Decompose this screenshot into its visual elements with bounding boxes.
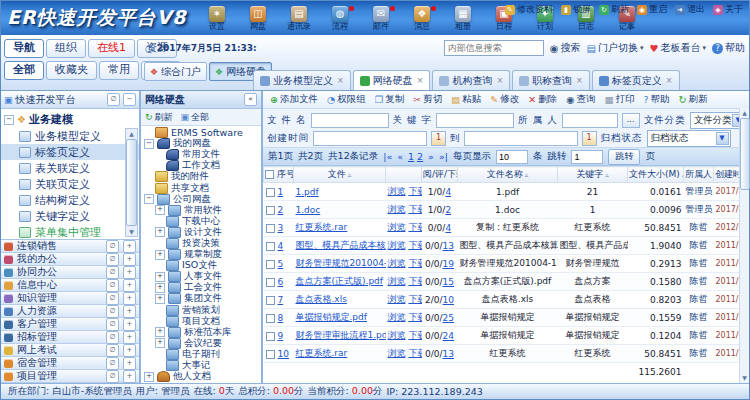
row-number-link[interactable]: 4 <box>278 241 284 251</box>
app-shortcut-流程[interactable]: ◍流程 <box>320 5 361 32</box>
calendar-icon[interactable]: 1 <box>431 131 446 146</box>
download-count-link[interactable]: 4 <box>445 223 451 233</box>
file-link[interactable]: 盘点表格.xls <box>296 294 347 304</box>
disk-node-工会文件[interactable]: +工会文件 <box>141 282 261 293</box>
collapse-panel-button[interactable]: « <box>244 93 257 106</box>
row-checkbox[interactable] <box>266 224 275 233</box>
disk-node-共享文档[interactable]: 共享文档 <box>141 182 261 193</box>
pin-button[interactable]: ∅ <box>106 292 119 305</box>
expand-button[interactable]: + <box>123 279 136 292</box>
view-link[interactable]: 浏览 <box>388 294 406 304</box>
file-link[interactable]: 1.pdf <box>296 187 319 197</box>
nav-tab-在线1[interactable]: 在线1 <box>88 39 135 58</box>
expand-all-button[interactable]: ▣ 全部 <box>181 111 210 124</box>
calendar-icon[interactable]: 1 <box>582 131 597 146</box>
pin-button[interactable]: ∅ <box>106 331 119 344</box>
toolbar-button-删除[interactable]: ✕删除 <box>524 93 561 106</box>
collapse-button[interactable]: − <box>123 93 136 106</box>
app-shortcut-设置[interactable]: ✶设置 <box>197 5 238 32</box>
expand-button[interactable]: + <box>123 240 136 253</box>
tree-group-business-modeling[interactable]: − ❖ 业务建模 <box>1 111 139 128</box>
file-link[interactable]: 盘点方案(正式版).pdf <box>296 276 383 286</box>
jump-input[interactable] <box>571 150 603 164</box>
owner-picker-button[interactable]: ... <box>622 113 640 128</box>
expand-button[interactable]: + <box>123 370 136 383</box>
toolbar-button-复制[interactable]: ❐复制 <box>371 93 409 106</box>
toolbar-button-添加文件[interactable]: ⊕添加文件 <box>266 93 322 106</box>
close-tab-icon[interactable]: × <box>417 76 424 85</box>
sidebar-item-标签页定义[interactable]: 标签页定义 <box>1 144 139 160</box>
page-number-link[interactable]: 1 <box>408 151 414 162</box>
archive-select[interactable]: 归档状态 ▼ <box>647 130 731 147</box>
app-shortcut-邮件[interactable]: ✉邮件 <box>361 5 402 32</box>
view-link[interactable]: 浏览 <box>388 186 406 196</box>
toolbar-button-帮助[interactable]: ?帮助 <box>639 93 673 106</box>
scroll-up-icon[interactable]: ▲ <box>129 129 134 138</box>
close-tab-icon[interactable]: × <box>337 76 344 85</box>
expand-toggle-icon[interactable]: − <box>144 194 154 204</box>
search-button[interactable]: ◉ 搜索 <box>550 41 581 55</box>
column-header-所属人[interactable]: 所属人 ▵ <box>684 167 714 183</box>
toplink-刷新[interactable]: ↻刷新 <box>599 3 629 16</box>
sort-icon[interactable]: ▵ <box>603 171 609 179</box>
disk-node-ERMS Software[interactable]: ERMS Software <box>141 127 261 138</box>
pin-button[interactable]: ∅ <box>106 266 119 279</box>
close-tab-icon[interactable]: × <box>496 76 503 85</box>
expand-toggle-icon[interactable]: + <box>155 294 165 304</box>
created-to-input[interactable] <box>464 131 578 146</box>
disk-node-投资决策[interactable]: 投资决策 <box>141 238 261 249</box>
row-number-link[interactable]: 7 <box>278 295 284 305</box>
row-checkbox[interactable] <box>266 278 275 287</box>
disk-node-标准范本库[interactable]: +标准范本库 <box>141 327 261 338</box>
download-count-link[interactable]: 25 <box>443 313 454 323</box>
row-checkbox[interactable] <box>266 206 275 215</box>
filter-tab-常用[interactable]: 常用 <box>99 61 139 80</box>
row-number-link[interactable]: 10 <box>278 349 289 359</box>
module-tab-职称查询[interactable]: 职称查询× <box>512 70 590 90</box>
last-page-button[interactable]: »| <box>439 151 448 162</box>
download-link[interactable]: 下载 <box>408 222 421 232</box>
expand-toggle-icon[interactable]: + <box>155 327 165 337</box>
row-checkbox[interactable] <box>266 314 275 323</box>
view-link[interactable]: 浏览 <box>388 312 406 322</box>
row-checkbox[interactable] <box>266 332 275 341</box>
file-list-scrollbar[interactable]: ▲ ▼ <box>739 108 749 383</box>
file-link[interactable]: 单据报销规定.pdf <box>296 312 367 322</box>
created-from-input[interactable] <box>313 131 427 146</box>
disk-node-他人文档[interactable]: +他人文档 <box>141 371 261 382</box>
toolbar-button-查询[interactable]: ◉查询 <box>562 93 599 106</box>
view-link[interactable]: 浏览 <box>388 276 406 286</box>
row-number-link[interactable]: 2 <box>278 205 284 215</box>
download-link[interactable]: 下载 <box>408 186 421 196</box>
disk-node-常用文件[interactable]: 常用文件 <box>141 149 261 160</box>
disk-node-会议纪要[interactable]: +会议纪要 <box>141 338 261 349</box>
toplink-锁屏[interactable]: ▮锁屏 <box>561 3 591 16</box>
toplink-关于[interactable]: ◈关于 <box>713 3 743 16</box>
sort-icon[interactable]: ▵ <box>523 171 529 179</box>
jump-button[interactable]: 跳转 <box>608 149 640 165</box>
expand-button[interactable]: + <box>123 344 136 357</box>
row-number-link[interactable]: 1 <box>278 187 284 197</box>
sidebar-item-业务模型定义[interactable]: 业务模型定义 <box>1 128 139 144</box>
download-link[interactable]: 下载 <box>408 348 421 358</box>
view-link[interactable]: 浏览 <box>388 330 406 340</box>
toplink-退出[interactable]: ➜退出 <box>675 3 705 16</box>
prev-page-button[interactable]: « <box>397 151 403 162</box>
row-number-link[interactable]: 5 <box>278 259 284 269</box>
keyword-input[interactable] <box>436 113 514 128</box>
disk-node-设计文件[interactable]: +设计文件 <box>141 227 261 238</box>
download-count-link[interactable]: 4 <box>445 187 451 197</box>
per-page-input[interactable] <box>496 150 528 164</box>
download-link[interactable]: 下载 <box>408 276 421 286</box>
download-count-link[interactable]: 10 <box>443 295 454 305</box>
expand-toggle-icon[interactable]: + <box>144 372 154 382</box>
column-header-关键字[interactable]: 关键字 ▵ <box>558 167 628 183</box>
disk-node-我的附件[interactable]: 我的附件 <box>141 171 261 182</box>
disk-node-ISO文件[interactable]: ISO文件 <box>141 260 261 271</box>
file-link[interactable]: 财务管理审批流程1.pdf <box>296 330 386 340</box>
module-tab-网络硬盘[interactable]: 网络硬盘× <box>353 70 431 90</box>
scroll-up-icon[interactable]: ▲ <box>742 108 747 118</box>
pin-button[interactable]: ∅ <box>106 279 119 292</box>
expand-button[interactable]: + <box>123 305 136 318</box>
row-number-link[interactable]: 3 <box>278 223 284 233</box>
